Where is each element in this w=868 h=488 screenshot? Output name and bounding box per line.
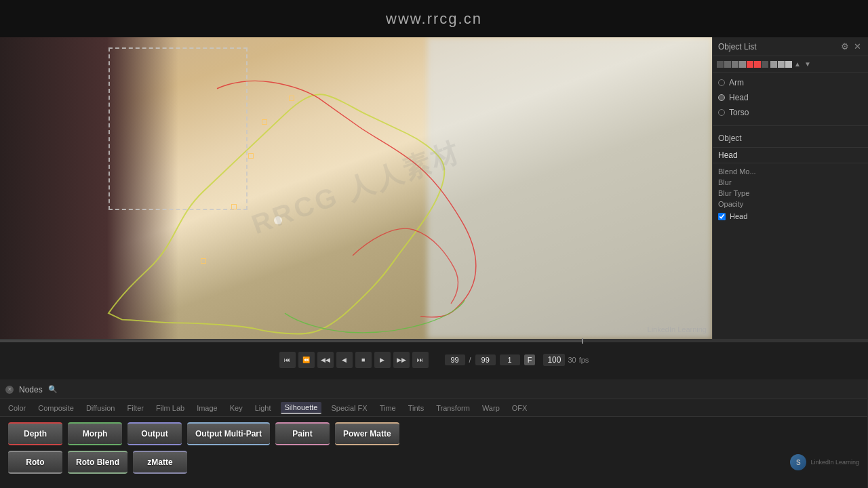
swatch-5[interactable] xyxy=(762,61,768,68)
video-row: RRCG 人人素材 LinkedIn Learning Object List … xyxy=(0,37,868,339)
object-active-checkbox[interactable] xyxy=(718,213,726,220)
zoom-level[interactable]: 100 xyxy=(543,354,565,366)
zmatte-node-btn[interactable]: zMatte xyxy=(133,451,187,474)
frame-total[interactable]: 99 xyxy=(475,354,496,365)
control-point-2[interactable] xyxy=(262,119,267,125)
tab-warp[interactable]: Warp xyxy=(479,403,502,413)
logo-letter: S xyxy=(796,459,801,466)
prop-blend-label: Blend Mo... xyxy=(718,167,756,176)
tab-diffusion[interactable]: Diffusion xyxy=(83,403,118,413)
swatch-7[interactable] xyxy=(778,61,785,68)
swatch-red[interactable] xyxy=(747,61,753,68)
obj-list-up-btn[interactable]: ▲ xyxy=(793,59,802,69)
object-list-title: Object List xyxy=(718,42,757,52)
control-point-3[interactable] xyxy=(248,153,254,159)
tab-color[interactable]: Color xyxy=(5,403,28,413)
obj-item-arm[interactable]: Arm xyxy=(718,77,863,89)
prop-blur-type: Blur Type xyxy=(718,189,863,197)
nodes-search-icon[interactable]: 🔍 xyxy=(48,385,58,394)
properties-content: Blend Mo... Blur Blur Type Opacity Head xyxy=(713,163,868,224)
node-row-2: Roto Roto Blend zMatte S LinkedIn Learni… xyxy=(8,451,859,474)
properties-title: Object xyxy=(718,134,742,143)
obj-radio-torso[interactable] xyxy=(718,109,725,116)
swatch-red2[interactable] xyxy=(754,61,761,68)
silhouette-logo: S xyxy=(790,454,806,470)
swatch-2[interactable] xyxy=(724,61,731,68)
tab-ofx[interactable]: OFX xyxy=(509,403,530,413)
paint-node-btn[interactable]: Paint xyxy=(275,422,330,445)
stop-btn[interactable]: ■ xyxy=(355,352,372,368)
roto-node-btn[interactable]: Roto xyxy=(8,451,62,474)
tab-filter[interactable]: Filter xyxy=(124,403,146,413)
timeline-bar[interactable] xyxy=(0,340,868,342)
linkedin-label: LinkedIn Learning xyxy=(810,459,859,466)
control-point-1[interactable] xyxy=(289,96,294,101)
swatch-3[interactable] xyxy=(732,61,738,68)
obj-item-head[interactable]: Head xyxy=(718,92,863,104)
frame-display: 99 / 99 1 F xyxy=(445,354,536,365)
right-panel: Object List ⚙ ✕ ▲ ▼ xyxy=(712,37,868,339)
step-one-forward-btn[interactable]: ▶▶ xyxy=(393,352,410,368)
obj-label-arm: Arm xyxy=(729,78,744,87)
obj-list-settings-btn[interactable]: ⚙ xyxy=(840,40,850,53)
step-back-btn[interactable]: ◀◀ xyxy=(317,352,334,368)
prop-blur: Blur xyxy=(718,178,863,186)
output-multi-node-btn[interactable]: Output Multi-Part xyxy=(187,422,270,445)
swatch-4[interactable] xyxy=(739,61,746,68)
swatch-6[interactable] xyxy=(770,61,777,68)
roto-splines xyxy=(0,37,712,339)
play-btn[interactable]: ▶ xyxy=(374,352,391,368)
nodes-panel-header: ✕ Nodes 🔍 xyxy=(0,380,867,399)
output-node-btn[interactable]: Output xyxy=(127,422,182,445)
tab-light[interactable]: Light xyxy=(252,403,274,413)
tab-transform[interactable]: Transform xyxy=(433,403,473,413)
properties-header: Object xyxy=(713,129,868,148)
roto-blend-node-btn[interactable]: Roto Blend xyxy=(68,451,127,474)
swatch-1[interactable] xyxy=(717,61,724,68)
frame-num[interactable]: 1 xyxy=(500,354,520,365)
obj-label-head: Head xyxy=(729,93,749,102)
tab-composite[interactable]: Composite xyxy=(35,403,77,413)
tab-key[interactable]: Key xyxy=(227,403,245,413)
tab-specialfx[interactable]: Special FX xyxy=(328,403,370,413)
playback-controls: ⏮ ⏪ ◀◀ ◀ ■ ▶ ▶▶ ⏭ 99 / 99 1 F 100 30 fps xyxy=(0,339,868,380)
tab-image[interactable]: Image xyxy=(194,403,220,413)
nodes-panel-close[interactable]: ✕ xyxy=(5,386,14,394)
power-matte-node-btn[interactable]: Power Matte xyxy=(335,422,399,445)
tab-time[interactable]: Time xyxy=(377,403,399,413)
bottom-section: ✕ Nodes 🔍 Color Composite Diffusion Filt… xyxy=(0,380,868,488)
tab-tints[interactable]: Tints xyxy=(406,403,427,413)
tab-silhouette[interactable]: Silhouette xyxy=(281,402,322,414)
prop-blend-mode: Blend Mo... xyxy=(718,167,863,176)
control-point-5[interactable] xyxy=(201,258,206,264)
depth-node-btn[interactable]: Depth xyxy=(8,422,62,445)
go-to-start-btn[interactable]: ⏮ xyxy=(279,352,296,368)
step-back-fast-btn[interactable]: ⏪ xyxy=(298,352,315,368)
obj-radio-arm[interactable] xyxy=(718,79,725,86)
main-layout: RRCG 人人素材 LinkedIn Learning Object List … xyxy=(0,37,868,488)
morph-node-btn[interactable]: Morph xyxy=(68,422,122,445)
swatch-8[interactable] xyxy=(785,61,792,68)
video-viewport[interactable]: RRCG 人人素材 LinkedIn Learning xyxy=(0,37,712,339)
obj-item-torso[interactable]: Torso xyxy=(718,106,863,119)
nodes-panel: ✕ Nodes 🔍 Color Composite Diffusion Filt… xyxy=(0,380,868,488)
control-point-4[interactable] xyxy=(231,204,237,209)
obj-list-close-btn[interactable]: ✕ xyxy=(852,40,863,53)
fps-label: fps xyxy=(579,356,589,364)
nodes-content: Depth Morph Output Output Multi-Part Pai… xyxy=(0,417,867,488)
go-to-end-btn[interactable]: ⏭ xyxy=(412,352,429,368)
prop-object-checkbox[interactable]: Head xyxy=(718,212,863,220)
step-one-back-btn[interactable]: ◀ xyxy=(336,352,353,368)
zoom-display: 100 30 fps xyxy=(543,354,589,366)
prop-blur-label: Blur xyxy=(718,178,732,186)
timeline-cursor[interactable] xyxy=(582,338,583,344)
tab-filmlab[interactable]: Film Lab xyxy=(153,403,187,413)
obj-radio-head[interactable] xyxy=(718,94,725,101)
obj-list-down-btn[interactable]: ▼ xyxy=(803,59,812,69)
object-list-header-icons: ⚙ ✕ xyxy=(840,40,863,53)
frame-current[interactable]: 99 xyxy=(445,354,465,365)
node-row-1: Depth Morph Output Output Multi-Part Pai… xyxy=(8,422,859,445)
selected-object-name: Head xyxy=(713,148,868,163)
nodes-tab-bar: Color Composite Diffusion Filter Film La… xyxy=(0,399,867,417)
prop-opacity-label: Opacity xyxy=(718,200,743,208)
